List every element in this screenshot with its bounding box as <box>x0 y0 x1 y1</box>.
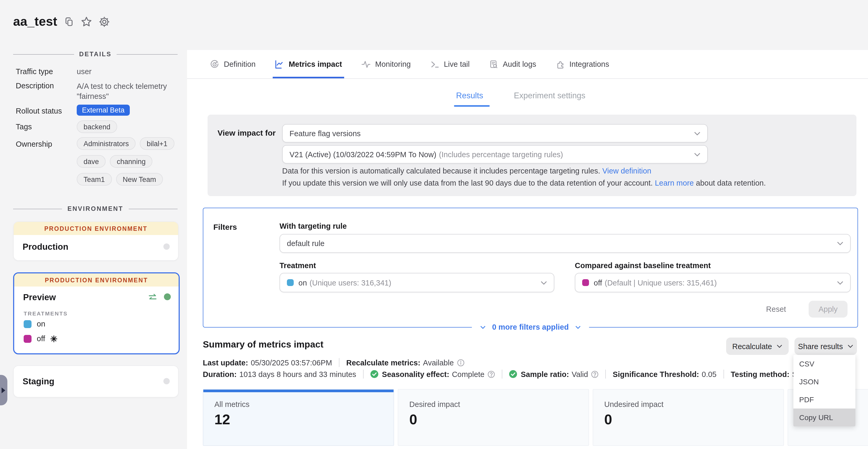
duration-label: Duration: <box>203 370 237 378</box>
chevron-down-icon <box>847 345 853 348</box>
question-icon[interactable] <box>591 370 598 378</box>
chevron-down-icon <box>694 152 701 156</box>
tab-metrics-impact[interactable]: Metrics impact <box>275 50 342 78</box>
tab-label: Metrics impact <box>289 60 342 68</box>
environment-divider: ENVIRONMENT <box>13 205 178 212</box>
chevron-down-icon <box>777 345 783 348</box>
details-divider: DETAILS <box>13 51 178 58</box>
impact-version-select[interactable]: V21 (Active) (10/03/2022 04:59PM To Now)… <box>282 145 708 163</box>
tab-label: Audit logs <box>503 60 536 68</box>
share-results-label: Share results <box>798 342 843 351</box>
chevron-down-icon <box>480 325 485 329</box>
flag-titlebar: aa_test <box>13 14 110 29</box>
summary-meta-line-2: Duration: 1013 days 8 hours and 33 minut… <box>203 369 806 379</box>
treatment-label: Treatment <box>280 261 316 270</box>
owner-pill[interactable]: Team1 <box>77 173 112 186</box>
main-panel: Definition Metrics impact Monitoring <box>187 50 868 449</box>
owner-pill[interactable]: channing <box>110 155 153 168</box>
production-env-banner: PRODUCTION ENVIRONMENT <box>14 273 179 287</box>
metric-card-label: Undesired impact <box>604 400 663 409</box>
copy-icon[interactable] <box>64 17 74 27</box>
tags-label: Tags <box>16 122 32 131</box>
env-card-staging[interactable]: Staging <box>13 365 179 397</box>
env-card-preview[interactable]: PRODUCTION ENVIRONMENT Preview TREATMENT… <box>13 272 180 354</box>
ownership-label: Ownership <box>16 140 52 148</box>
env-status-dot-active <box>164 293 171 300</box>
gear-icon[interactable] <box>99 16 110 27</box>
rollout-status-badge[interactable]: External Beta <box>77 104 130 116</box>
metric-card-value: 12 <box>214 412 230 428</box>
owner-pill[interactable]: dave <box>77 155 106 168</box>
treatment-row-on: on <box>24 320 45 328</box>
metric-card-all-metrics[interactable]: All metrics 12 <box>203 389 394 446</box>
tab-monitoring[interactable]: Monitoring <box>362 50 411 78</box>
impact-scope-value: Feature flag versions <box>289 129 361 138</box>
chevron-down-icon <box>837 280 843 285</box>
filters-card: Filters With targeting rule default rule… <box>203 208 858 328</box>
chevron-down-icon <box>694 131 701 136</box>
reset-button[interactable]: Reset <box>758 305 795 313</box>
metric-card-value: 0 <box>409 412 417 428</box>
default-treatment-asterisk-icon <box>51 335 57 342</box>
treatments-label: TREATMENTS <box>24 310 68 317</box>
treatment-on-label: on <box>37 320 45 328</box>
apply-button[interactable]: Apply <box>809 301 847 318</box>
treatment-off-swatch <box>24 335 32 342</box>
tab-label: Definition <box>224 60 256 68</box>
env-status-dot <box>163 378 170 384</box>
seasonality-label: Seasonality effect: <box>382 370 449 378</box>
traffic-type-value: user <box>77 67 91 76</box>
menu-item-csv[interactable]: CSV <box>794 355 856 373</box>
owner-pill[interactable]: Administrators <box>77 137 136 150</box>
last-update-label: Last update: <box>203 358 248 367</box>
sample-ratio-value: Valid <box>572 370 588 378</box>
menu-item-pdf[interactable]: PDF <box>794 391 856 409</box>
results-underline <box>454 105 490 107</box>
subtab-results[interactable]: Results <box>456 91 483 100</box>
baseline-select[interactable]: off (Default | Unique users: 315,461) <box>575 273 851 292</box>
metric-card-label: Desired impact <box>409 400 460 409</box>
star-icon[interactable] <box>81 16 92 27</box>
learn-more-link[interactable]: Learn more <box>655 179 694 187</box>
tab-integrations[interactable]: Integrations <box>556 50 609 78</box>
treatment-select-meta: (Unique users: 316,341) <box>309 278 391 287</box>
metric-cards-row: All metrics 12 Desired impact 0 Undesire… <box>203 389 868 446</box>
targeting-rule-value: default rule <box>287 239 325 248</box>
targeting-rule-select[interactable]: default rule <box>280 234 851 253</box>
subtab-experiment-settings[interactable]: Experiment settings <box>514 91 585 100</box>
note2-suffix: about data retention. <box>696 179 766 187</box>
env-card-production[interactable]: PRODUCTION ENVIRONMENT Production <box>13 221 179 261</box>
question-icon[interactable] <box>488 370 495 378</box>
metric-card-desired-impact[interactable]: Desired impact 0 <box>398 389 589 446</box>
tab-label: Integrations <box>569 60 609 68</box>
share-results-button[interactable]: Share results <box>795 337 857 355</box>
pulse-icon <box>362 60 370 69</box>
env-name-production: Production <box>23 242 68 252</box>
impact-scope-select[interactable]: Feature flag versions <box>282 124 708 143</box>
metric-card-undesired-impact[interactable]: Undesired impact 0 <box>593 389 784 446</box>
view-definition-link[interactable]: View definition <box>602 167 652 175</box>
menu-item-json[interactable]: JSON <box>794 373 856 391</box>
metric-card-label: All metrics <box>214 400 250 409</box>
treatment-row-off: off <box>24 334 57 343</box>
line-chart-icon <box>275 60 284 69</box>
view-impact-label: View impact for <box>218 128 276 137</box>
tag-pill[interactable]: backend <box>77 120 117 133</box>
tab-audit-logs[interactable]: Audit logs <box>489 50 536 78</box>
chevron-down-icon <box>837 241 843 245</box>
info-icon[interactable] <box>457 359 464 366</box>
recalculate-button[interactable]: Recalculate <box>726 337 789 355</box>
tab-label: Live tail <box>444 60 469 68</box>
rollout-status-label: Rollout status <box>16 107 62 115</box>
treatment-select[interactable]: on (Unique users: 316,341) <box>280 273 554 292</box>
sidebar-collapse-handle[interactable] <box>0 375 7 406</box>
menu-item-copy-url[interactable]: Copy URL <box>794 409 856 426</box>
tab-live-tail[interactable]: Live tail <box>430 50 469 78</box>
owner-pill[interactable]: New Team <box>116 173 163 186</box>
owner-pill[interactable]: bilal+1 <box>140 137 175 150</box>
tab-definition[interactable]: Definition <box>210 50 256 78</box>
environment-heading: ENVIRONMENT <box>67 205 123 212</box>
more-filters-toggle[interactable]: 0 more filters applied <box>471 321 589 333</box>
summary-title: Summary of metrics impact <box>203 339 323 350</box>
baseline-label: Compared against baseline treatment <box>575 261 711 270</box>
